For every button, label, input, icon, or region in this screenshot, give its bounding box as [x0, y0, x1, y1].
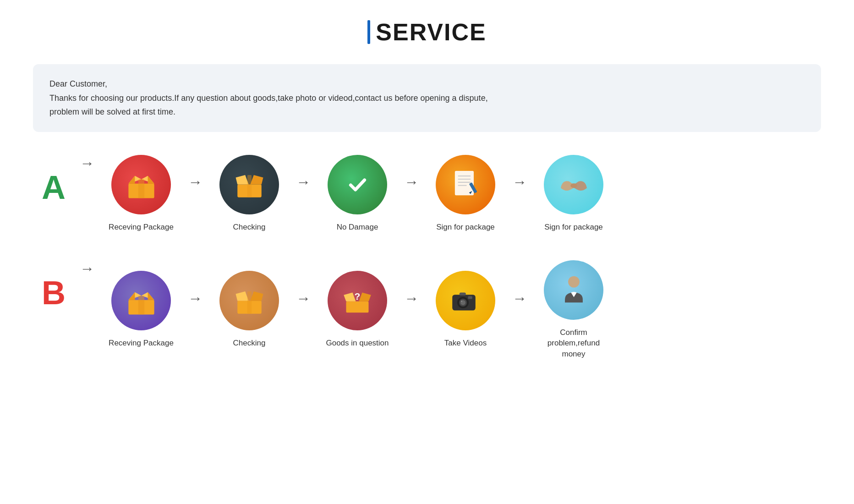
svg-rect-36 — [460, 292, 466, 295]
notice-line1: Dear Customer, — [49, 77, 805, 91]
label-b4: Take Videos — [444, 338, 487, 349]
row-b-label: B — [33, 260, 74, 312]
page-title-section: SERVICE — [367, 18, 486, 46]
icon-a3 — [328, 155, 387, 214]
label-a1: Receving Package — [109, 222, 174, 233]
label-b2: Checking — [233, 338, 266, 349]
notice-box: Dear Customer, Thanks for choosing our p… — [33, 64, 821, 132]
flow-row-a: A → — [33, 155, 821, 233]
icon-a2 — [219, 155, 279, 214]
arrow-a4: → — [507, 174, 532, 214]
icon-b3: ? — [328, 271, 387, 330]
flow-item-a5: Sign for package — [532, 155, 615, 233]
flow-item-b4: Take Videos — [424, 271, 507, 349]
label-a4: Sign for package — [436, 222, 495, 233]
flow-item-a2: Checking — [208, 155, 290, 233]
flow-item-a3: No Damage — [316, 155, 399, 233]
svg-marker-24 — [250, 291, 263, 301]
svg-rect-8 — [247, 175, 251, 197]
svg-rect-21 — [138, 296, 144, 314]
icon-b1 — [111, 271, 171, 330]
svg-text:?: ? — [355, 291, 361, 302]
arrow-b2: → — [290, 290, 316, 330]
svg-point-34 — [461, 301, 462, 302]
label-b5: Confirm problem,refund money — [537, 327, 610, 360]
notice-line3: problem will be solved at first time. — [49, 105, 805, 119]
arrow-b4: → — [507, 290, 532, 330]
label-a3: No Damage — [337, 222, 378, 233]
icon-a5 — [544, 155, 603, 214]
flow-section: A → — [33, 155, 821, 360]
flow-row-b: B → Receving Package → — [33, 260, 821, 360]
flow-item-b1: Receving Package — [100, 271, 182, 349]
label-a5: Sign for package — [544, 222, 603, 233]
flow-item-a1: Receving Package — [100, 155, 182, 233]
arrow-a0: → — [74, 155, 100, 195]
flow-item-a4: Sign for package — [424, 155, 507, 233]
label-b3: Goods in question — [326, 338, 389, 349]
arrow-b3: → — [399, 290, 424, 330]
svg-marker-7 — [250, 175, 263, 185]
row-a-label: A — [33, 155, 74, 206]
page-title: SERVICE — [376, 18, 486, 46]
svg-point-16 — [570, 183, 577, 188]
arrow-b1: → — [182, 290, 208, 330]
icon-a1 — [111, 155, 171, 214]
flow-item-b5: Confirm problem,refund money — [532, 260, 615, 360]
svg-point-37 — [568, 276, 580, 287]
svg-rect-26 — [346, 301, 369, 313]
arrow-a2: → — [290, 174, 316, 214]
flow-items-a: Receving Package → — [100, 155, 821, 233]
svg-marker-3 — [148, 176, 154, 184]
flow-item-b3: ? Goods in question — [316, 271, 399, 349]
icon-a4 — [436, 155, 495, 214]
svg-marker-19 — [128, 292, 135, 300]
label-b1: Receving Package — [109, 338, 174, 349]
arrow-a3: → — [399, 174, 424, 214]
flow-items-b: Receving Package → Checking → — [100, 260, 821, 360]
svg-marker-23 — [235, 291, 248, 301]
svg-marker-2 — [128, 176, 135, 184]
svg-marker-20 — [148, 292, 154, 300]
icon-b2 — [219, 271, 279, 330]
label-a2: Checking — [233, 222, 266, 233]
svg-rect-25 — [247, 291, 251, 314]
title-accent-bar — [367, 20, 370, 44]
icon-b4 — [436, 271, 495, 330]
arrow-a1: → — [182, 174, 208, 214]
arrow-b0: → — [74, 260, 100, 300]
svg-rect-4 — [138, 180, 144, 198]
flow-item-b2: Checking — [208, 271, 290, 349]
svg-marker-27 — [344, 293, 356, 301]
svg-marker-6 — [235, 175, 248, 185]
notice-line2: Thanks for choosing our products.If any … — [49, 91, 805, 105]
svg-rect-35 — [468, 296, 472, 299]
svg-marker-28 — [359, 293, 371, 301]
icon-b5 — [544, 260, 603, 320]
